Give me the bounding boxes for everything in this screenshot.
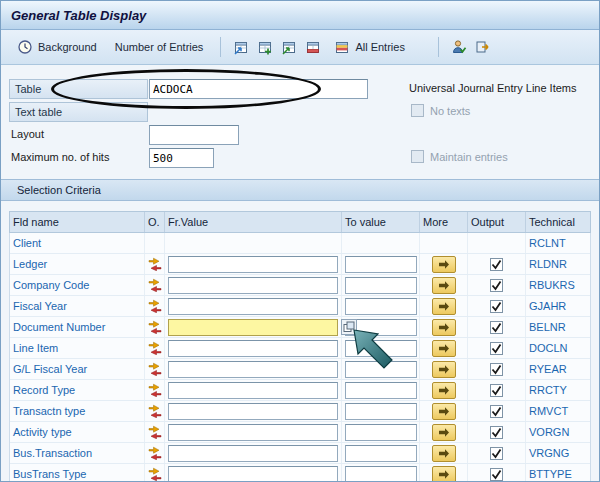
selection-option-button[interactable]: [146, 424, 164, 440]
option-cell: [145, 233, 165, 253]
output-cell: [468, 275, 526, 295]
page-title: General Table Display: [11, 8, 146, 23]
table-input[interactable]: [149, 79, 368, 99]
field-name-cell: Fiscal Year: [10, 296, 145, 316]
table-delete-row-button[interactable]: [302, 37, 324, 58]
maintain-entries-row: Maintain entries: [411, 150, 508, 163]
selection-form: Table Universal Journal Entry Line Items…: [1, 65, 599, 179]
output-checkbox[interactable]: [490, 447, 503, 460]
from-value-input[interactable]: [168, 256, 338, 273]
table-row: Bus.TransactionVRGNG: [10, 443, 590, 464]
column-header: Fr.Value: [165, 212, 342, 232]
to-value-input[interactable]: [345, 361, 417, 378]
from-value-input[interactable]: [168, 340, 338, 357]
output-checkbox[interactable]: [490, 279, 503, 292]
selection-option-button[interactable]: [146, 466, 164, 482]
more-selection-button[interactable]: [432, 361, 456, 378]
export-button[interactable]: [472, 36, 494, 58]
column-header: To value: [342, 212, 420, 232]
maintain-user-button[interactable]: [448, 36, 470, 58]
output-checkbox[interactable]: [490, 321, 503, 334]
more-selection-button[interactable]: [432, 277, 456, 294]
sap-window: General Table Display Background Number …: [0, 0, 600, 482]
from-value-input[interactable]: [168, 424, 338, 441]
output-cell: [468, 296, 526, 316]
to-value-input[interactable]: [345, 445, 417, 462]
more-selection-button[interactable]: [432, 382, 456, 399]
technical-name-label: BELNR: [529, 321, 566, 333]
to-value-input[interactable]: [345, 277, 417, 294]
to-value-input[interactable]: [345, 256, 417, 273]
from-value-input[interactable]: [168, 319, 338, 336]
from-value-input[interactable]: [168, 277, 338, 294]
output-checkbox[interactable]: [490, 468, 503, 481]
background-button[interactable]: Background: [9, 35, 105, 59]
selection-option-button[interactable]: [146, 256, 164, 272]
more-cell: [420, 359, 468, 379]
to-value-input[interactable]: [345, 340, 417, 357]
more-selection-button[interactable]: [432, 445, 456, 462]
table-row: Record TypeRRCTY: [10, 380, 590, 401]
from-value-cell: [165, 275, 342, 295]
from-value-input[interactable]: [168, 445, 338, 462]
more-selection-button[interactable]: [432, 424, 456, 441]
table-label-text: Table: [15, 83, 41, 95]
multi-selection-icon[interactable]: [341, 319, 357, 335]
to-value-input[interactable]: [345, 466, 417, 482]
output-checkbox[interactable]: [490, 405, 503, 418]
from-value-cell: [165, 422, 342, 442]
to-value-input[interactable]: [345, 424, 417, 441]
column-header: Technical: [526, 212, 590, 232]
table-insert-button[interactable]: [254, 37, 276, 58]
to-value-cell: [342, 401, 420, 421]
more-selection-button[interactable]: [432, 403, 456, 420]
technical-name-label: RBUKRS: [529, 279, 575, 291]
more-cell: [420, 296, 468, 316]
selection-option-button[interactable]: [146, 361, 164, 377]
to-value-cell: [342, 464, 420, 482]
table-copy-button[interactable]: [278, 37, 300, 58]
output-checkbox[interactable]: [490, 384, 503, 397]
to-value-cell: [342, 338, 420, 358]
field-name-label: Document Number: [13, 321, 105, 333]
more-selection-button[interactable]: [432, 466, 456, 482]
selection-option-button[interactable]: [146, 445, 164, 461]
column-header: Output: [468, 212, 526, 232]
from-value-input[interactable]: [168, 466, 338, 482]
selection-option-button[interactable]: [146, 382, 164, 398]
output-checkbox[interactable]: [490, 258, 503, 271]
more-selection-button[interactable]: [432, 256, 456, 273]
selection-option-button[interactable]: [146, 403, 164, 419]
output-checkbox[interactable]: [490, 342, 503, 355]
selection-option-button[interactable]: [146, 319, 164, 335]
to-value-cell: [342, 359, 420, 379]
more-selection-button[interactable]: [432, 298, 456, 315]
from-value-input[interactable]: [168, 298, 338, 315]
no-texts-checkbox[interactable]: [411, 104, 424, 117]
table-choose-button[interactable]: [230, 37, 252, 58]
to-value-input[interactable]: [345, 298, 417, 315]
technical-cell: VRGNG: [526, 443, 590, 463]
more-selection-button[interactable]: [432, 340, 456, 357]
from-value-input[interactable]: [168, 382, 338, 399]
selection-option-button[interactable]: [146, 298, 164, 314]
more-selection-button[interactable]: [432, 319, 456, 336]
from-value-input[interactable]: [168, 361, 338, 378]
number-of-entries-button[interactable]: Number of Entries: [107, 37, 212, 57]
output-checkbox[interactable]: [490, 300, 503, 313]
from-value-input[interactable]: [168, 403, 338, 420]
table-choose-icon: [233, 40, 249, 55]
selection-option-button[interactable]: [146, 340, 164, 356]
more-cell: [420, 422, 468, 442]
field-name-label: Bus.Transaction: [13, 447, 92, 459]
output-checkbox[interactable]: [490, 426, 503, 439]
to-value-input[interactable]: [345, 382, 417, 399]
layout-input[interactable]: [149, 125, 239, 145]
output-checkbox[interactable]: [490, 363, 503, 376]
max-hits-input[interactable]: [149, 148, 214, 168]
all-entries-button[interactable]: All Entries: [326, 36, 413, 59]
output-cell: [468, 380, 526, 400]
selection-option-button[interactable]: [146, 277, 164, 293]
maintain-entries-checkbox[interactable]: [411, 150, 424, 163]
to-value-input[interactable]: [345, 403, 417, 420]
